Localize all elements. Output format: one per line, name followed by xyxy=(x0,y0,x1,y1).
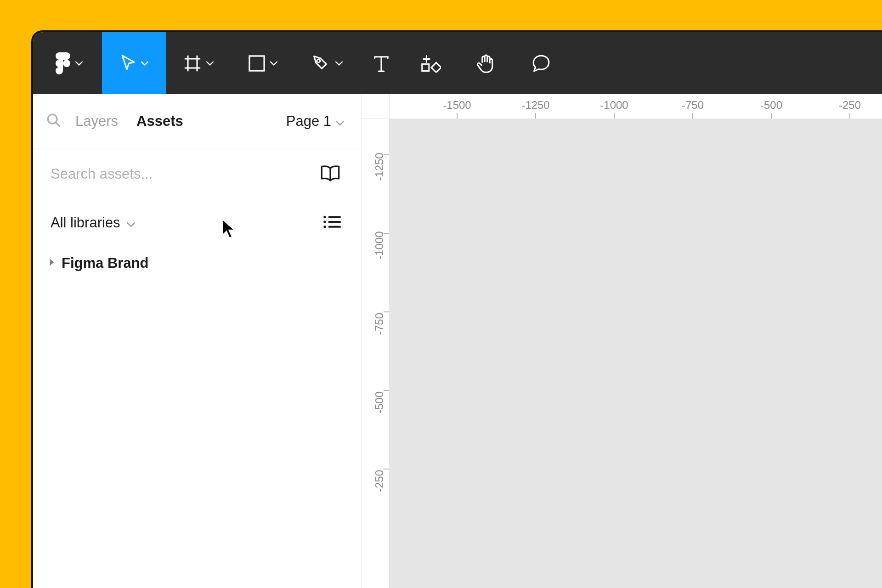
ruler-tick xyxy=(457,113,458,119)
ruler-label: -1500 xyxy=(443,99,471,112)
ruler-tick xyxy=(384,154,389,155)
comment-tool-button[interactable] xyxy=(514,32,569,94)
ruler-label: -500 xyxy=(373,391,386,413)
move-tool-icon xyxy=(120,54,136,73)
canvas-wrap: -1500-1250-1000-750-500-250 -1250-1000-7… xyxy=(362,94,882,588)
canvas[interactable] xyxy=(390,119,882,588)
ruler-label: -250 xyxy=(373,470,386,492)
shape-tool-button[interactable] xyxy=(231,32,295,94)
figma-menu-button[interactable] xyxy=(33,32,102,94)
libraries-book-icon[interactable] xyxy=(319,164,341,184)
search-icon[interactable] xyxy=(46,113,62,130)
ruler-label: -500 xyxy=(760,99,782,112)
caret-right-icon xyxy=(49,258,55,268)
pen-tool-button[interactable] xyxy=(295,32,359,94)
list-view-button[interactable] xyxy=(323,214,341,232)
libraries-selector[interactable]: All libraries xyxy=(51,215,135,231)
hand-tool-button[interactable] xyxy=(458,32,514,94)
comment-icon xyxy=(531,54,551,73)
ruler-horizontal: -1500-1250-1000-750-500-250 xyxy=(390,94,882,119)
ruler-tick xyxy=(384,311,389,312)
svg-rect-11 xyxy=(328,226,341,228)
libraries-selector-label: All libraries xyxy=(51,215,120,231)
tab-assets[interactable]: Assets xyxy=(136,113,183,130)
chevron-down-icon xyxy=(206,61,214,66)
tree-item-label: Figma Brand xyxy=(62,255,148,271)
ruler-tick xyxy=(771,113,772,119)
ruler-corner xyxy=(362,94,390,119)
ruler-tick xyxy=(384,390,389,391)
frame-tool-icon xyxy=(183,54,202,73)
svg-point-8 xyxy=(323,226,326,228)
ruler-label: -1250 xyxy=(521,99,549,112)
panels: Layers Assets Page 1 xyxy=(33,94,882,588)
svg-rect-10 xyxy=(328,221,341,223)
ruler-tick xyxy=(384,233,389,234)
svg-rect-3 xyxy=(422,64,429,71)
tree-item-figma-brand[interactable]: Figma Brand xyxy=(33,246,362,281)
ruler-tick xyxy=(535,113,536,119)
page-selector[interactable]: Page 1 xyxy=(286,113,349,130)
background-frame: Layers Assets Page 1 xyxy=(0,0,882,588)
text-tool-button[interactable] xyxy=(359,32,403,94)
tab-layers[interactable]: Layers xyxy=(75,113,118,130)
resources-button[interactable] xyxy=(403,32,458,94)
ruler-tick xyxy=(384,469,389,469)
search-assets-row xyxy=(33,148,362,200)
chevron-down-icon xyxy=(336,113,344,130)
search-assets-input[interactable] xyxy=(51,166,319,182)
frame-tool-button[interactable] xyxy=(166,32,231,94)
hand-tool-icon xyxy=(476,53,496,74)
ruler-tick xyxy=(692,113,693,119)
chevron-down-icon xyxy=(335,61,343,66)
rectangle-icon xyxy=(248,55,266,72)
svg-point-6 xyxy=(323,216,326,218)
app-window: Layers Assets Page 1 xyxy=(33,32,882,588)
svg-rect-9 xyxy=(328,216,341,218)
ruler-label: -250 xyxy=(839,99,861,112)
page-selector-label: Page 1 xyxy=(286,113,331,130)
chevron-down-icon xyxy=(75,61,83,66)
svg-rect-1 xyxy=(249,56,264,70)
ruler-label: -1000 xyxy=(373,231,386,259)
chevron-down-icon xyxy=(270,61,277,66)
chevron-down-icon xyxy=(127,215,135,231)
libraries-row: All libraries xyxy=(33,200,362,246)
ruler-tick xyxy=(849,113,850,119)
ruler-vertical: -1250-1000-750-500-250 xyxy=(362,94,390,588)
svg-rect-4 xyxy=(431,62,441,72)
svg-point-0 xyxy=(63,60,70,67)
ruler-label: -1250 xyxy=(373,153,386,181)
ruler-tick xyxy=(614,113,615,119)
move-tool-button[interactable] xyxy=(102,32,166,94)
svg-point-7 xyxy=(323,220,326,223)
ruler-label: -750 xyxy=(373,313,386,335)
figma-logo-icon xyxy=(55,52,71,74)
text-tool-icon xyxy=(372,54,390,73)
resources-icon xyxy=(421,54,441,73)
left-panel: Layers Assets Page 1 xyxy=(33,94,362,588)
ruler-label: -1000 xyxy=(600,99,628,112)
svg-point-2 xyxy=(317,59,320,62)
tabs-row: Layers Assets Page 1 xyxy=(33,94,362,148)
toolbar xyxy=(33,32,882,94)
chevron-down-icon xyxy=(141,61,148,66)
pen-tool-icon xyxy=(311,54,331,73)
ruler-label: -750 xyxy=(682,99,704,112)
